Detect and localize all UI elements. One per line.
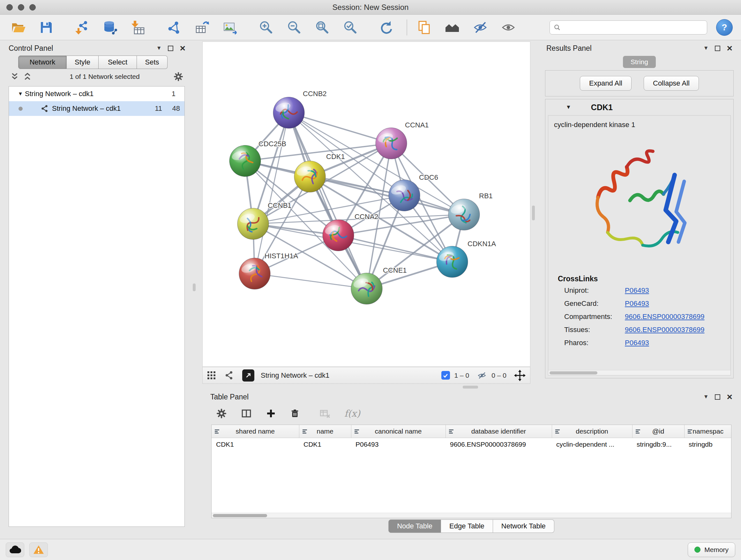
crosslink-pharos[interactable]: P06493 — [625, 339, 731, 347]
close-window-button[interactable] — [6, 4, 13, 10]
column-header-shared-name[interactable]: shared name — [212, 425, 299, 438]
zoom-in-button[interactable] — [256, 17, 276, 38]
tab-edge-table[interactable]: Edge Table — [441, 519, 493, 533]
network-row[interactable]: String Network – cdk1 11 48 — [9, 101, 185, 116]
network-node-CCNE1[interactable] — [351, 273, 382, 304]
float-panel-button[interactable] — [168, 46, 173, 51]
tab-network-table[interactable]: Network Table — [493, 519, 554, 533]
float-panel-button[interactable] — [715, 394, 720, 400]
column-header-description[interactable]: description — [552, 425, 632, 438]
column-header-id[interactable]: @id — [632, 425, 684, 438]
network-edge[interactable] — [289, 113, 367, 289]
column-header-name[interactable]: name — [299, 425, 351, 438]
crosslink-genecard[interactable]: P06493 — [625, 300, 731, 308]
tab-node-table[interactable]: Node Table — [388, 519, 441, 533]
close-panel-button[interactable]: × — [180, 44, 185, 53]
scrollbar-thumb[interactable] — [213, 514, 267, 517]
column-header-canonical-name[interactable]: canonical name — [351, 425, 446, 438]
save-session-button[interactable] — [37, 17, 56, 38]
network-edge[interactable] — [255, 113, 289, 273]
network-node-CDKN1A[interactable] — [436, 246, 468, 277]
network-node-CDC25B[interactable] — [229, 145, 261, 177]
open-cybrowser-button[interactable] — [442, 17, 462, 38]
section-expander-icon[interactable]: ▼ — [566, 104, 571, 111]
network-options-button[interactable] — [173, 71, 184, 82]
column-header-namespace[interactable]: namespac — [684, 425, 731, 438]
delete-column-button[interactable] — [290, 409, 300, 418]
warnings-button[interactable] — [29, 543, 48, 557]
birdseye-view-button[interactable] — [207, 371, 216, 380]
network-node-CCNB1[interactable] — [238, 208, 269, 240]
maximize-window-button[interactable] — [29, 4, 36, 10]
new-network-button[interactable] — [164, 17, 184, 38]
collapse-all-button[interactable]: Collapse All — [644, 76, 699, 91]
right-splitter-handle[interactable] — [532, 206, 535, 220]
minimize-window-button[interactable] — [18, 4, 24, 10]
network-node-HIST1H1A[interactable] — [239, 258, 270, 289]
tab-sets[interactable]: Sets — [137, 56, 167, 69]
zoom-out-button[interactable] — [284, 17, 304, 38]
clone-network-button[interactable] — [192, 17, 212, 38]
pan-mode-button[interactable] — [514, 370, 526, 381]
scrollbar-thumb[interactable] — [549, 371, 597, 374]
table-row[interactable]: CDK1 CDK1 P06493 9606.ENSP00000378699 cy… — [212, 438, 731, 451]
left-splitter-handle[interactable] — [193, 284, 196, 291]
network-canvas[interactable]: CCNB2CCNA1CDC25BCDK1CDC6RB1CCNB1CCNA2CDK… — [202, 42, 530, 367]
memory-button[interactable]: Memory — [688, 543, 735, 557]
close-panel-button[interactable]: × — [727, 44, 732, 53]
import-table-from-file-button[interactable] — [128, 17, 148, 38]
collection-expander-icon[interactable]: ▼ — [18, 91, 25, 97]
panel-menu-button[interactable]: ▼ — [703, 394, 709, 400]
protein-section-header[interactable]: ▼ CDK1 — [545, 99, 733, 115]
bottom-splitter-handle[interactable] — [463, 386, 478, 388]
panel-menu-button[interactable]: ▼ — [156, 45, 162, 51]
export-image-button[interactable] — [220, 17, 240, 38]
tab-style[interactable]: Style — [67, 56, 98, 69]
detach-view-button[interactable] — [242, 369, 254, 381]
collapse-groups-button[interactable] — [23, 72, 31, 81]
network-edge[interactable] — [289, 113, 391, 143]
results-horizontal-scrollbar[interactable] — [548, 370, 731, 375]
network-overview-button[interactable] — [225, 371, 233, 380]
open-session-button[interactable] — [8, 17, 28, 38]
network-node-CDK1[interactable] — [294, 161, 326, 192]
selected-checkbox[interactable] — [441, 371, 450, 380]
expand-all-button[interactable]: Expand All — [580, 76, 631, 91]
import-network-from-file-button[interactable] — [72, 17, 92, 38]
network-node-CCNA1[interactable] — [376, 128, 407, 159]
network-edge[interactable] — [338, 235, 452, 262]
zoom-selected-button[interactable] — [340, 17, 360, 38]
zoom-fit-content-button[interactable] — [312, 17, 332, 38]
show-all-button[interactable] — [498, 17, 518, 38]
function-builder-button[interactable]: f(x) — [344, 408, 360, 419]
crosslink-uniprot[interactable]: P06493 — [625, 287, 731, 295]
crosslink-tissues[interactable]: 9606.ENSP00000378699 — [625, 326, 731, 334]
network-node-RB1[interactable] — [448, 199, 480, 230]
hide-selected-button[interactable] — [470, 17, 490, 38]
crosslink-compartments[interactable]: 9606.ENSP00000378699 — [625, 313, 731, 321]
network-graph[interactable]: CCNB2CCNA1CDC25BCDK1CDC6RB1CCNB1CCNA2CDK… — [203, 42, 530, 367]
search-input[interactable] — [563, 23, 703, 31]
expand-groups-button[interactable] — [10, 72, 19, 81]
table-options-button[interactable] — [216, 408, 227, 419]
network-collection-row[interactable]: ▼ String Network – cdk1 1 — [9, 86, 185, 101]
network-node-CDC6[interactable] — [389, 180, 420, 211]
tab-string[interactable]: String — [623, 56, 656, 68]
show-columns-button[interactable] — [241, 408, 252, 419]
refresh-view-button[interactable] — [376, 17, 396, 38]
network-node-CCNB2[interactable] — [273, 97, 305, 128]
help-button[interactable]: ? — [716, 19, 733, 36]
column-header-database-identifier[interactable]: database identifier — [446, 425, 552, 438]
panel-menu-button[interactable]: ▼ — [703, 45, 709, 51]
network-node-CCNA2[interactable] — [323, 220, 354, 251]
table-horizontal-scrollbar[interactable] — [212, 513, 731, 518]
cloud-status-button[interactable] — [6, 543, 24, 557]
search-box[interactable] — [549, 20, 707, 35]
network-edge[interactable] — [255, 273, 367, 289]
tab-select[interactable]: Select — [98, 56, 137, 69]
import-network-from-database-button[interactable] — [100, 17, 120, 38]
create-column-button[interactable] — [266, 408, 276, 419]
float-panel-button[interactable] — [715, 46, 720, 51]
close-panel-button[interactable]: × — [727, 392, 732, 401]
tab-network[interactable]: Network — [18, 56, 67, 69]
